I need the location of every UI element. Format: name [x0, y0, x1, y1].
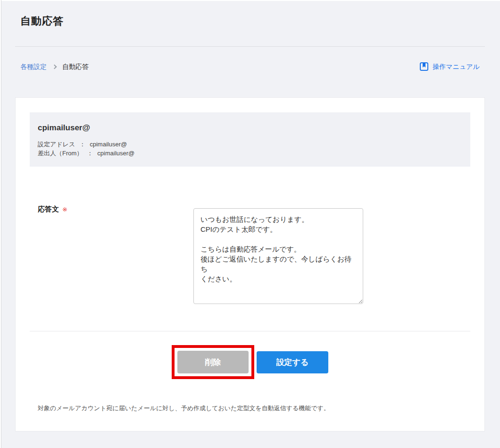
required-mark: ※: [62, 206, 67, 213]
account-row-label: 差出人（From）: [38, 150, 83, 157]
account-row-separator: ：: [87, 150, 93, 157]
breadcrumb: 各種設定 自動応答: [20, 62, 89, 71]
account-row-separator: ：: [79, 141, 85, 148]
account-row-value: cpimailuser@: [90, 141, 127, 148]
breadcrumb-current: 自動応答: [62, 62, 89, 71]
account-row-value: cpimailuser@: [97, 150, 134, 157]
auto-reply-page: 自動応答 各種設定 自動応答 操作マニュアル cpimailuser@ 設定アド…: [0, 0, 500, 431]
account-info-box: cpimailuser@ 設定アドレス：cpimailuser@ 差出人（Fro…: [30, 112, 470, 167]
delete-button[interactable]: 削除: [177, 351, 249, 373]
reply-textarea[interactable]: いつもお世話になっております。 CPIのテスト太郎です。 こちらは自動応答メール…: [193, 208, 363, 304]
manual-link-label: 操作マニュアル: [433, 62, 480, 71]
account-rows: 設定アドレス：cpimailuser@ 差出人（From）：cpimailuse…: [38, 140, 462, 158]
submit-button[interactable]: 設定する: [257, 351, 328, 373]
account-row-address: 設定アドレス：cpimailuser@: [38, 140, 462, 149]
breadcrumb-row: 各種設定 自動応答 操作マニュアル: [15, 47, 485, 71]
page-title: 自動応答: [15, 0, 485, 28]
auto-reply-card: cpimailuser@ 設定アドレス：cpimailuser@ 差出人（Fro…: [15, 97, 485, 431]
form-divider: [30, 331, 470, 331]
chevron-right-icon: [52, 65, 57, 69]
reply-text-label-text: 応答文: [38, 205, 59, 213]
reply-text-label: 応答文※: [38, 203, 193, 304]
feature-description-note: 対象のメールアカウント宛に届いたメールに対し、予め作成しておいた定型文を自動返信…: [16, 404, 484, 412]
reply-text-form-row: 応答文※ いつもお世話になっております。 CPIのテスト太郎です。 こちらは自動…: [16, 203, 484, 304]
red-annotation-highlight: 削除: [172, 345, 254, 379]
button-row: 削除 設定する: [16, 345, 484, 379]
breadcrumb-link-settings[interactable]: 各種設定: [20, 62, 47, 71]
book-manual-icon: [419, 62, 429, 71]
account-heading: cpimailuser@: [38, 122, 462, 133]
manual-link[interactable]: 操作マニュアル: [419, 62, 480, 71]
account-row-from: 差出人（From）：cpimailuser@: [38, 149, 462, 158]
account-row-label: 設定アドレス: [38, 141, 75, 148]
